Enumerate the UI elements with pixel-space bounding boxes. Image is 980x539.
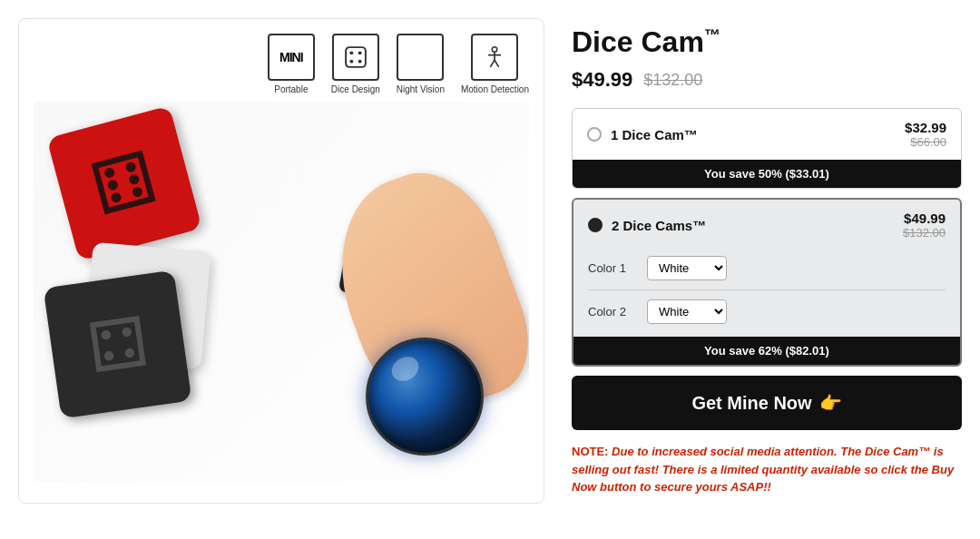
- night-vision-label: Night Vision: [397, 84, 445, 94]
- color-2-label: Color 2: [588, 305, 638, 318]
- option-two-cams-price-original: $132.00: [903, 226, 946, 240]
- option-one-cam-prices: $32.99 $66.00: [905, 120, 946, 149]
- dice-design-label: Dice Design: [331, 84, 380, 94]
- product-image-panel: MINI Portable Dice Design: [18, 18, 544, 504]
- product-image-area: [34, 102, 529, 483]
- cta-button[interactable]: Get Mine Now 👉: [572, 376, 962, 430]
- portable-label: Portable: [274, 84, 308, 94]
- motion-detection-icon-box: [471, 34, 518, 81]
- red-dice: [46, 105, 201, 260]
- feature-night-vision: Night Vision: [397, 34, 445, 94]
- option-two-cams-savings: You save 62% ($82.01): [573, 337, 960, 365]
- cta-label: Get Mine Now: [691, 393, 811, 414]
- option-one-cam[interactable]: 1 Dice Cam™ $32.99 $66.00 You save 50% (…: [572, 108, 962, 189]
- price-row: $49.99 $132.00: [572, 68, 962, 92]
- cta-emoji: 👉: [819, 392, 842, 414]
- option-one-cam-price-current: $32.99: [905, 120, 946, 135]
- figure-icon: [482, 44, 507, 70]
- svg-point-3: [349, 60, 353, 64]
- option-one-cam-name: 1 Dice Cam™: [611, 127, 698, 142]
- option-one-cam-left: 1 Dice Cam™: [587, 127, 698, 142]
- svg-line-9: [495, 60, 499, 67]
- option-one-cam-price-original: $66.00: [905, 135, 946, 149]
- option-one-cam-radio[interactable]: [587, 127, 602, 142]
- color-1-row: Color 1 White Black Red: [573, 250, 960, 286]
- color-2-select[interactable]: White Black Red: [647, 299, 727, 324]
- note-section: NOTE: Due to increased social media atte…: [572, 443, 962, 496]
- option-two-cams-left: 2 Dice Cams™: [588, 218, 706, 233]
- option-one-cam-savings: You save 50% ($33.01): [573, 160, 961, 188]
- svg-line-8: [491, 60, 495, 67]
- feature-portable: MINI Portable: [268, 34, 315, 94]
- product-title-text: Dice Cam: [572, 25, 704, 58]
- feature-dice-design: Dice Design: [331, 34, 380, 94]
- option-two-cams-name: 2 Dice Cams™: [612, 218, 706, 233]
- svg-rect-0: [346, 47, 366, 67]
- svg-point-2: [358, 51, 362, 54]
- note-prefix: NOTE:: [572, 445, 608, 458]
- black-dice: [44, 270, 192, 419]
- note-text: Due to increased social media attention.…: [572, 445, 954, 494]
- page-container: MINI Portable Dice Design: [18, 18, 962, 504]
- option-two-cams-header[interactable]: 2 Dice Cams™ $49.99 $132.00: [573, 200, 960, 250]
- color-1-label: Color 1: [588, 261, 638, 275]
- product-title: Dice Cam™: [572, 25, 962, 59]
- option-two-cams[interactable]: 2 Dice Cams™ $49.99 $132.00 Color 1 Whit…: [572, 198, 962, 367]
- dice-scene: [34, 102, 529, 483]
- trademark-symbol: ™: [704, 26, 720, 44]
- option-two-cams-prices: $49.99 $132.00: [903, 211, 946, 240]
- feature-icons-row: MINI Portable Dice Design: [34, 34, 529, 94]
- color-1-select[interactable]: White Black Red: [647, 256, 727, 280]
- dice-design-icon-box: [332, 34, 379, 81]
- option-one-cam-header[interactable]: 1 Dice Cam™ $32.99 $66.00: [573, 109, 961, 160]
- camera-lens: [366, 338, 484, 456]
- feature-motion-detection: Motion Detection: [461, 34, 529, 94]
- night-vision-icon-box: [397, 34, 444, 81]
- dice-icon: [343, 44, 368, 70]
- product-details-panel: Dice Cam™ $49.99 $132.00 1 Dice Cam™ $32…: [572, 18, 962, 504]
- current-price: $49.99: [572, 68, 632, 92]
- color-2-row: Color 2 White Black Red: [573, 294, 960, 329]
- svg-point-5: [493, 47, 497, 52]
- option-two-cams-radio[interactable]: [588, 218, 603, 232]
- portable-icon-box: MINI: [268, 34, 315, 81]
- svg-point-1: [349, 51, 353, 54]
- svg-point-4: [358, 60, 362, 64]
- original-price: $132.00: [643, 71, 702, 90]
- option-two-cams-price-current: $49.99: [903, 211, 946, 226]
- motion-detection-label: Motion Detection: [461, 84, 529, 94]
- color-separator: [588, 289, 946, 290]
- moon-icon: [407, 44, 433, 70]
